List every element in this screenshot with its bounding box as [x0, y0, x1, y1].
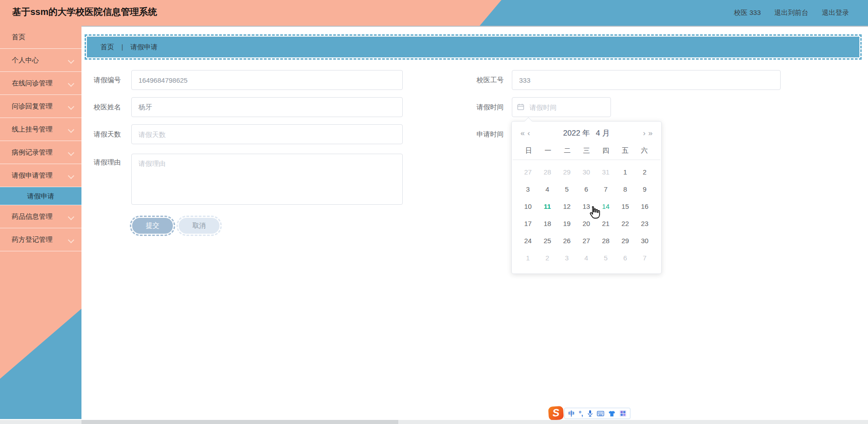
calendar-date-cell[interactable]: 23 — [635, 215, 654, 232]
logout-to-front-link[interactable]: 退出到前台 — [774, 9, 808, 17]
calendar-week-row: 272829303112 — [518, 164, 655, 181]
weekday-label: 日 — [519, 146, 539, 155]
next-month-button[interactable]: › — [642, 129, 647, 138]
calendar-date-cell[interactable]: 16 — [635, 198, 654, 215]
breadcrumb-separator: | — [121, 43, 123, 51]
calendar-date-cell[interactable]: 2 — [538, 250, 557, 267]
calendar-date-cell[interactable]: 8 — [615, 181, 635, 198]
month-select-button[interactable]: 4 月 — [596, 129, 610, 137]
keyboard-icon[interactable] — [597, 411, 604, 416]
sidebar-item-leave-management[interactable]: 请假申请管理 — [0, 164, 81, 187]
breadcrumb-current: 请假申请 — [130, 43, 157, 51]
weekday-label: 六 — [634, 146, 654, 155]
ime-sogou-logo[interactable]: S — [548, 406, 564, 420]
calendar-date-cell[interactable]: 12 — [557, 198, 577, 215]
calendar-date-cell[interactable]: 25 — [538, 232, 557, 250]
leave-id-input[interactable] — [131, 70, 403, 90]
sidebar-item-label: 问诊回复管理 — [12, 102, 52, 110]
calendar-week-row: 17181920212223 — [518, 215, 655, 232]
calendar-date-cell[interactable]: 5 — [596, 250, 615, 267]
weekday-label: 一 — [539, 146, 558, 155]
calendar-date-cell[interactable]: 5 — [557, 181, 577, 198]
calendar-date-cell[interactable]: 11 — [538, 198, 557, 215]
header-actions: 校医 333 退出到前台 退出登录 — [734, 0, 849, 26]
leave-days-input[interactable] — [131, 124, 403, 144]
app-root: 基于ssm的大学校医院信息管理系统 校医 333 退出到前台 退出登录 首页 个… — [0, 0, 868, 424]
calendar-date-cell[interactable]: 26 — [557, 232, 577, 250]
calendar-date-cell[interactable]: 24 — [518, 232, 538, 250]
calendar-date-cell[interactable]: 29 — [557, 164, 577, 181]
sidebar-item-medicine-info[interactable]: 药品信息管理 — [0, 205, 81, 228]
calendar-date-cell[interactable]: 10 — [518, 198, 538, 215]
calendar-date-cell[interactable]: 9 — [635, 181, 654, 198]
sidebar-item-prescription-register[interactable]: 药方登记管理 — [0, 228, 81, 251]
calendar-date-cell[interactable]: 30 — [635, 232, 654, 250]
sidebar-item-label: 线上挂号管理 — [12, 125, 52, 133]
calendar-date-cell[interactable]: 19 — [557, 215, 577, 232]
sidebar-item-consult-reply[interactable]: 问诊回复管理 — [0, 95, 81, 118]
ime-punctuation-icon[interactable]: °, — [579, 410, 583, 417]
doctor-no-label: 校医工号 — [458, 70, 504, 90]
calendar-date-cell[interactable]: 29 — [615, 232, 635, 250]
calendar-date-cell[interactable]: 14 — [596, 198, 615, 215]
horizontal-scrollbar-thumb[interactable] — [81, 420, 398, 424]
calendar-date-cell[interactable]: 20 — [577, 215, 596, 232]
prev-year-button[interactable]: « — [519, 129, 526, 138]
year-select-button[interactable]: 2022 年 — [563, 129, 590, 137]
sidebar-item-home[interactable]: 首页 — [0, 26, 81, 49]
calendar-date-cell[interactable]: 30 — [577, 164, 596, 181]
sidebar-item-online-register[interactable]: 线上挂号管理 — [0, 118, 81, 141]
calendar-date-cell[interactable]: 22 — [615, 215, 635, 232]
calendar-date-cell[interactable]: 17 — [518, 215, 538, 232]
sidebar-item-personal-center[interactable]: 个人中心 — [0, 49, 81, 72]
calendar-date-cell[interactable]: 21 — [596, 215, 615, 232]
calendar-date-cell[interactable]: 2 — [635, 164, 654, 181]
toolbox-icon[interactable] — [620, 410, 626, 417]
calendar-date-cell[interactable]: 4 — [538, 181, 557, 198]
calendar-date-cell[interactable]: 31 — [596, 164, 615, 181]
calendar-date-cell[interactable]: 6 — [615, 250, 635, 267]
calendar-date-cell[interactable]: 3 — [557, 250, 577, 267]
calendar-icon — [517, 104, 524, 112]
sidebar-item-label: 病例记录管理 — [12, 148, 52, 156]
next-year-button[interactable]: » — [647, 129, 654, 138]
ime-chinese-mode-icon[interactable]: 中 — [568, 410, 575, 417]
submit-button[interactable]: 提交 — [132, 218, 173, 234]
ime-toolbar: 中 °, — [564, 408, 630, 419]
breadcrumb-home[interactable]: 首页 — [100, 43, 114, 51]
leave-reason-textarea[interactable] — [131, 154, 403, 205]
leave-time-input[interactable] — [512, 97, 611, 117]
calendar-date-cell[interactable]: 13 — [577, 198, 596, 215]
sidebar-item-case-record[interactable]: 病例记录管理 — [0, 141, 81, 164]
calendar-date-cell[interactable]: 3 — [518, 181, 538, 198]
breadcrumb: 首页 | 请假申请 — [87, 37, 859, 57]
calendar-date-cell[interactable]: 7 — [635, 250, 654, 267]
calendar-date-cell[interactable]: 28 — [596, 232, 615, 250]
sidebar-subitem-leave-apply-active[interactable]: 请假申请 — [0, 187, 81, 205]
horizontal-scrollbar-track[interactable] — [0, 420, 868, 424]
calendar-date-cell[interactable]: 6 — [577, 181, 596, 198]
calendar-date-cell[interactable]: 1 — [518, 250, 538, 267]
calendar-date-cell[interactable]: 18 — [538, 215, 557, 232]
microphone-icon[interactable] — [587, 410, 593, 417]
sidebar: 首页 个人中心 在线问诊管理 问诊回复管理 线上挂号管理 病例记录管理 请假申请… — [0, 26, 81, 419]
calendar-date-cell[interactable]: 27 — [518, 164, 538, 181]
sidebar-item-label: 个人中心 — [12, 56, 39, 64]
chevron-down-icon — [68, 237, 74, 243]
logout-link[interactable]: 退出登录 — [822, 9, 849, 17]
chevron-down-icon — [68, 57, 74, 64]
calendar-grid: 2728293031123456789101112131415161718192… — [512, 160, 661, 271]
prev-month-button[interactable]: ‹ — [526, 129, 531, 138]
skin-icon[interactable] — [608, 410, 615, 417]
calendar-date-cell[interactable]: 7 — [596, 181, 615, 198]
sidebar-item-online-consult[interactable]: 在线问诊管理 — [0, 72, 81, 95]
calendar-date-cell[interactable]: 15 — [615, 198, 635, 215]
cancel-button[interactable]: 取消 — [179, 218, 219, 234]
calendar-date-cell[interactable]: 1 — [615, 164, 635, 181]
calendar-date-cell[interactable]: 4 — [577, 250, 596, 267]
doctor-name-input[interactable] — [131, 97, 403, 117]
calendar-date-cell[interactable]: 27 — [577, 232, 596, 250]
doctor-no-input[interactable] — [512, 70, 781, 90]
calendar-date-cell[interactable]: 28 — [538, 164, 557, 181]
chevron-down-icon — [68, 150, 74, 156]
